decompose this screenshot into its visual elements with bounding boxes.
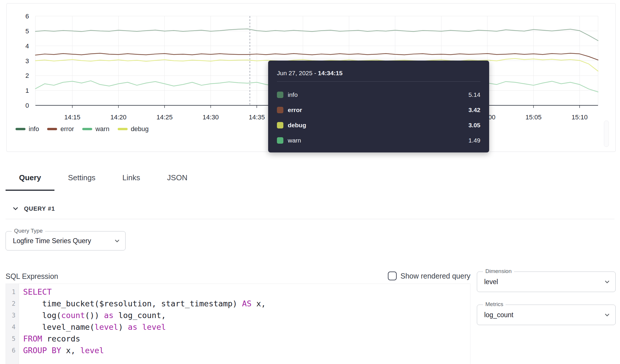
code-line: SELECT <box>23 286 266 298</box>
svg-text:14:25: 14:25 <box>157 114 173 121</box>
legend-label: info <box>29 125 39 133</box>
tooltip-time: 14:34:15 <box>318 70 342 76</box>
show-rendered-query[interactable]: Show rendered query <box>388 272 470 280</box>
svg-text:5: 5 <box>25 28 29 35</box>
scrollbar-thumb[interactable] <box>604 121 609 147</box>
tab-json[interactable]: JSON <box>154 166 201 191</box>
chart-legend: infoerrorwarndebug <box>16 125 149 133</box>
legend-item-info[interactable]: info <box>16 125 39 133</box>
warn-swatch <box>277 137 283 144</box>
tooltip-timestamp: Jun 27, 2025 - 14:34:15 <box>277 69 480 78</box>
metrics-value: log_count <box>477 311 513 319</box>
metrics-select[interactable]: Metrics log_count <box>477 305 616 325</box>
dimension-label: Dimension <box>483 268 514 274</box>
tooltip-series-name: warn <box>288 137 301 144</box>
legend-item-debug[interactable]: debug <box>118 125 149 133</box>
svg-text:14:30: 14:30 <box>203 114 219 121</box>
tab-links[interactable]: Links <box>109 166 154 191</box>
code-line: time_bucket($resolution, start_timestamp… <box>23 298 266 310</box>
show-rendered-checkbox[interactable] <box>388 272 397 280</box>
info-series-swatch <box>16 128 25 130</box>
dimension-select[interactable]: Dimension level <box>477 272 616 292</box>
tooltip-series-value: 3.05 <box>468 122 480 129</box>
svg-text:2: 2 <box>25 72 29 79</box>
dimension-value: level <box>477 278 498 286</box>
tooltip-row-error: error3.42 <box>277 102 480 118</box>
chevron-down-icon[interactable] <box>12 205 19 212</box>
sql-editor[interactable]: 123456 SELECT time_bucket($resolution, s… <box>6 284 470 364</box>
tooltip-row-info: info5.14 <box>277 87 480 102</box>
query-section-title: QUERY #1 <box>24 205 55 212</box>
tooltip-divider <box>277 81 480 82</box>
svg-text:14:35: 14:35 <box>249 114 265 121</box>
tooltip-row-debug: debug3.05 <box>277 118 480 133</box>
legend-label: error <box>60 125 74 133</box>
tooltip-rows: info5.14error3.42debug3.05warn1.49 <box>277 87 480 148</box>
svg-text:4: 4 <box>25 42 29 50</box>
metrics-label: Metrics <box>483 301 506 308</box>
legend-label: warn <box>95 125 109 133</box>
tooltip-row-warn: warn1.49 <box>277 133 480 148</box>
tooltip-series-name: debug <box>288 122 306 129</box>
warn-series-swatch <box>82 128 92 130</box>
chevron-down-icon <box>603 278 611 286</box>
svg-text:15:10: 15:10 <box>571 114 588 121</box>
svg-text:14:20: 14:20 <box>110 114 126 121</box>
svg-text:3: 3 <box>25 57 29 65</box>
debug-swatch <box>277 122 283 128</box>
line-number: 4 <box>6 321 19 333</box>
show-rendered-label[interactable]: Show rendered query <box>400 272 470 280</box>
sql-expression-label: SQL Expression <box>6 272 58 281</box>
query-section-header: QUERY #1 <box>12 205 55 212</box>
chevron-down-icon <box>113 237 121 245</box>
line-number: 1 <box>6 286 19 298</box>
line-number: 6 <box>6 345 19 356</box>
chevron-down-icon <box>603 311 611 319</box>
query-type-value: Logfire Time Series Query <box>6 237 91 245</box>
debug-series-swatch <box>118 128 128 130</box>
line-number: 5 <box>6 333 19 345</box>
tooltip-date: Jun 27, 2025 - <box>277 70 318 76</box>
tab-settings[interactable]: Settings <box>54 166 109 191</box>
tab-bar: QuerySettingsLinksJSON <box>6 166 201 191</box>
section-divider <box>6 219 614 219</box>
tooltip-series-value: 3.42 <box>468 107 480 114</box>
svg-text:6: 6 <box>25 13 29 20</box>
line-number-gutter: 123456 <box>6 284 19 364</box>
tooltip-series-name: info <box>288 91 298 98</box>
svg-text:15:05: 15:05 <box>525 114 542 121</box>
code-line: log(count()) as log_count, <box>23 310 266 321</box>
tab-query[interactable]: Query <box>6 166 54 191</box>
info-swatch <box>277 92 283 98</box>
query-type-select[interactable]: Query Type Logfire Time Series Query <box>6 231 126 250</box>
legend-item-error[interactable]: error <box>47 125 74 133</box>
legend-item-warn[interactable]: warn <box>82 125 109 133</box>
error-series-swatch <box>47 128 57 130</box>
code-line: GROUP BY x, level <box>23 345 266 356</box>
sql-code[interactable]: SELECT time_bucket($resolution, start_ti… <box>19 284 266 364</box>
line-number: 3 <box>6 310 19 321</box>
tooltip-series-value: 5.14 <box>468 91 480 98</box>
tooltip-series-name: error <box>288 107 302 114</box>
chart-tooltip: Jun 27, 2025 - 14:34:15 info5.14error3.4… <box>268 61 489 152</box>
query-type-label: Query Type <box>12 228 45 234</box>
legend-label: debug <box>131 125 149 133</box>
line-number: 2 <box>6 298 19 310</box>
code-line: level_name(level) as level <box>23 321 266 333</box>
svg-text:1: 1 <box>25 87 29 94</box>
svg-text:14:15: 14:15 <box>64 114 81 121</box>
tooltip-series-value: 1.49 <box>468 137 480 144</box>
code-line: FROM records <box>23 333 266 345</box>
error-swatch <box>277 107 283 113</box>
svg-text:0: 0 <box>25 102 29 109</box>
